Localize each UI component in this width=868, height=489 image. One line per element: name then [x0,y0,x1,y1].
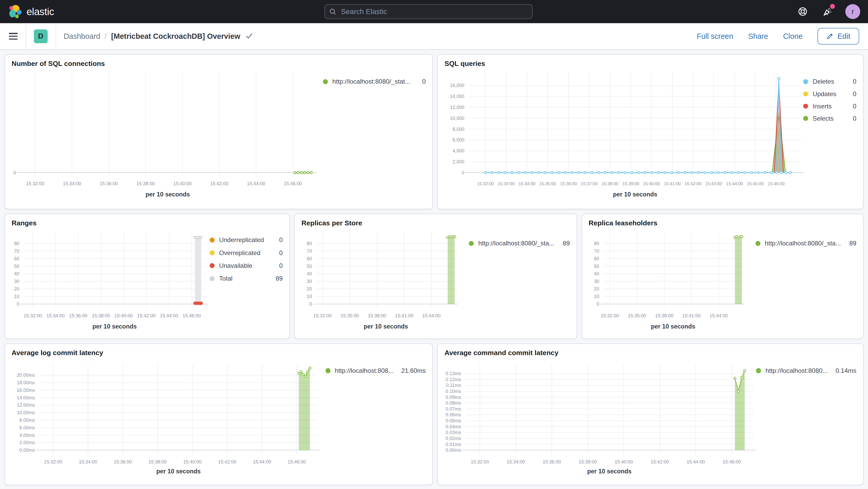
svg-text:2,000: 2,000 [453,159,464,164]
svg-text:15:44:00: 15:44:00 [687,459,705,464]
legend-color-dot [326,368,331,373]
divider [56,23,56,49]
dashboard-grid: Number of SQL connections 015:32:0015:34… [0,50,868,489]
svg-text:30: 30 [14,279,19,284]
legend-color-dot [210,250,215,255]
svg-text:0: 0 [13,170,16,175]
legend: Deletes 0 Updates 0 Inserts 0 Selects 0 [803,78,856,127]
svg-text:15:44:00: 15:44:00 [247,181,265,186]
elastic-logo[interactable]: elastic [8,4,54,19]
svg-text:15:44:00: 15:44:00 [709,313,727,318]
svg-text:50: 50 [594,264,599,269]
svg-text:15:36:00: 15:36:00 [114,459,132,464]
dashboard-toolbar: D Dashboard / [Metricbeat CockroachDB] O… [0,23,868,50]
legend-item[interactable]: Total 89 [210,275,283,282]
elastic-logo-icon [8,4,22,19]
legend-item[interactable]: Deletes 0 [803,78,856,85]
newsfeed-icon[interactable] [820,4,835,19]
svg-text:15:38:00: 15:38:00 [149,459,167,464]
svg-text:15:46:00: 15:46:00 [723,459,741,464]
legend-item[interactable]: Underreplicated 0 [210,236,283,244]
svg-text:15:44:00: 15:44:00 [253,459,271,464]
svg-text:4.00ms: 4.00ms [20,433,35,438]
svg-text:0: 0 [462,170,464,175]
top-header-bar: elastic [0,0,868,23]
svg-text:15:36:00: 15:36:00 [560,182,577,186]
user-avatar[interactable]: r [845,4,860,19]
svg-text:15:39:00: 15:39:00 [622,182,639,186]
legend-color-dot [803,116,808,121]
legend-item[interactable]: http://localhost:8080/_sta... 89 [469,240,570,247]
legend-color-dot [803,91,808,96]
legend-color-dot [803,104,808,109]
legend: http://localhost:8080/_stat... 0 [323,78,426,90]
clone-button[interactable]: Clone [783,32,803,41]
svg-text:15:42:00: 15:42:00 [137,313,155,318]
svg-text:0.09ms: 0.09ms [445,395,461,400]
svg-text:per 10 seconds: per 10 seconds [364,323,408,330]
svg-text:15:41:00: 15:41:00 [682,313,701,318]
svg-text:0.00ms: 0.00ms [20,448,35,453]
legend-color-dot [756,368,761,373]
menu-icon[interactable] [9,33,18,40]
svg-text:70: 70 [594,248,599,254]
help-icon[interactable] [796,4,810,19]
svg-text:4,000: 4,000 [453,149,464,154]
saved-check-icon[interactable] [245,33,253,40]
legend-color-dot [755,241,761,246]
chart-sql-queries[interactable]: 02,0004,0006,0008,00010,00012,00014,0001… [438,69,863,209]
search-input[interactable] [340,7,528,16]
svg-text:15:40:00: 15:40:00 [183,459,202,464]
share-button[interactable]: Share [748,32,768,41]
svg-text:14,000: 14,000 [450,94,464,99]
legend: http://localhost:808... 21.60ms [326,367,426,379]
svg-text:15:46:00: 15:46:00 [284,181,302,186]
svg-text:6,000: 6,000 [453,137,464,143]
svg-text:15:40:00: 15:40:00 [173,181,191,186]
svg-text:15:38:00: 15:38:00 [136,181,155,186]
svg-text:15:36:00: 15:36:00 [69,313,87,318]
space-badge[interactable]: D [34,29,48,43]
svg-text:0.04ms: 0.04ms [445,424,461,429]
svg-text:per 10 seconds: per 10 seconds [613,191,657,198]
legend-item[interactable]: http://localhost:8080... 0.14ms [756,367,856,374]
svg-text:15:32:00: 15:32:00 [313,313,332,318]
panel-title: SQL queries [438,55,863,69]
svg-text:15:35:00: 15:35:00 [628,313,646,318]
svg-text:0.02ms: 0.02ms [445,436,461,441]
breadcrumb-dashboard-link[interactable]: Dashboard [64,32,100,41]
legend-item[interactable]: http://localhost:808... 21.60ms [326,367,426,374]
svg-text:0.07ms: 0.07ms [445,406,461,411]
legend-item[interactable]: Inserts 0 [803,103,856,110]
svg-text:2.00ms: 2.00ms [20,440,35,445]
svg-text:10: 10 [307,294,312,299]
svg-text:20: 20 [594,286,599,292]
legend-item[interactable]: http://localhost:8080/_sta... 89 [755,240,857,247]
full-screen-button[interactable]: Full screen [696,32,733,41]
svg-text:70: 70 [307,248,312,254]
legend-item[interactable]: Overreplicated 0 [210,249,283,256]
legend-item[interactable]: http://localhost:8080/_stat... 0 [323,78,426,85]
panel-sql-queries: SQL queries 02,0004,0006,0008,00010,0001… [437,54,864,209]
svg-text:15:32:00: 15:32:00 [24,313,42,318]
svg-text:15:33:00: 15:33:00 [498,182,514,186]
svg-text:14.00ms: 14.00ms [17,395,35,400]
global-search-box[interactable] [324,4,533,19]
svg-text:15:32:00: 15:32:00 [44,459,62,464]
legend-item[interactable]: Selects 0 [803,115,856,122]
legend-item[interactable]: Updates 0 [803,90,856,98]
svg-text:10: 10 [14,294,19,299]
legend-item[interactable]: Unavailable 0 [210,262,283,269]
svg-text:50: 50 [307,264,312,269]
svg-text:15:40:00: 15:40:00 [615,459,633,464]
svg-text:15:40:00: 15:40:00 [643,182,660,186]
edit-button[interactable]: Edit [817,28,859,44]
svg-text:15:46:00: 15:46:00 [183,313,201,318]
svg-text:8.00ms: 8.00ms [20,418,35,423]
svg-text:per 10 seconds: per 10 seconds [651,323,695,330]
svg-text:12,000: 12,000 [450,105,464,110]
svg-text:15:38:00: 15:38:00 [368,313,386,318]
svg-text:15:34:00: 15:34:00 [519,182,535,186]
svg-text:15:46:00: 15:46:00 [288,459,306,464]
svg-text:18.00ms: 18.00ms [17,380,35,385]
